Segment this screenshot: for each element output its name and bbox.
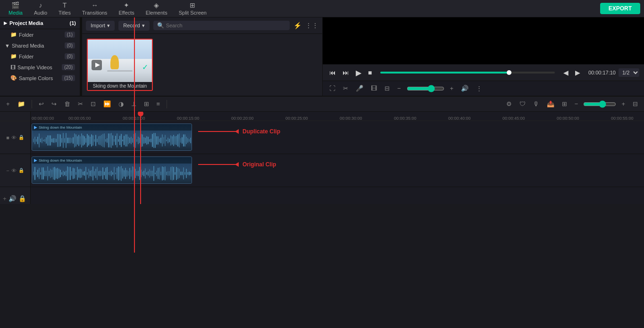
crop-timeline-button[interactable]: ⊡	[88, 99, 98, 108]
play-button[interactable]: ▶	[354, 67, 363, 78]
sample-colors-label: Sample Colors	[19, 75, 62, 81]
pip-icon[interactable]: ⊞	[560, 99, 569, 108]
mic-icon[interactable]: 🎤	[354, 84, 365, 93]
sample-colors-icon: 🎨	[10, 75, 17, 81]
sidebar-project-media-header[interactable]: ▶ Project Media (1)	[0, 17, 80, 29]
preview-panel: ⏮ ⏭ ▶ ■ ◀ ▶ 00:00:17:10 1/2 1/4 1x	[323, 17, 644, 96]
add-media-track-icon[interactable]: 📁	[15, 99, 27, 108]
sample-videos-count: (20)	[62, 64, 75, 70]
sidebar-sample-colors[interactable]: 🎨 Sample Colors (15)	[0, 73, 80, 83]
search-input[interactable]	[166, 23, 286, 28]
stop-button[interactable]: ■	[366, 68, 374, 77]
settings-icon[interactable]: ⚙	[504, 99, 514, 108]
ruler-mark-25: 00:00:25:00	[285, 116, 340, 121]
track1-lock-icon[interactable]: ■	[6, 135, 9, 140]
timeline-zoom-slider[interactable]	[583, 100, 616, 108]
redo-button[interactable]: ↪	[49, 99, 59, 108]
sidebar-folder1[interactable]: 📁 Folder (1)	[0, 29, 80, 40]
align-button[interactable]: ≡	[154, 99, 163, 108]
ruler-mark-5: 00:00:05:00	[68, 116, 123, 121]
time-display: 00:00:17:10	[585, 70, 616, 75]
upper-row: ▶ Project Media (1) 📁 Folder (1) ▼ Share…	[0, 17, 644, 96]
nav-titles-label: Titles	[59, 10, 71, 16]
minus-icon[interactable]: −	[395, 84, 403, 93]
media-thumbnail-skiing[interactable]: ✓ Skiing down the Mountain	[87, 39, 153, 91]
speed-select[interactable]: 1/2 1/4 1x	[619, 68, 639, 77]
sidebar-sample-videos[interactable]: 🎞 Sample Videos (20)	[0, 62, 80, 73]
track1-controls: ■ 👁 🔒	[0, 121, 30, 154]
track2-audio-icon[interactable]: 🔒	[18, 168, 24, 173]
grid-view-icon[interactable]: ⋮⋮	[305, 22, 318, 29]
nav-media[interactable]: 🎬 Media	[4, 0, 27, 17]
filmstrip-icon[interactable]: 🎞	[369, 84, 379, 93]
ruler-playhead-line	[140, 112, 141, 121]
track1-audio-icon[interactable]: 🔒	[18, 135, 24, 140]
ruler-mark-0: 00:00:00:00	[31, 116, 68, 121]
track1-clip[interactable]: ▶ Skiing down the Mountain	[32, 123, 192, 151]
folder2-label: Folder	[19, 54, 65, 59]
filter-icon[interactable]: ⚡	[293, 22, 301, 29]
split-button[interactable]: ⊥	[129, 99, 139, 108]
zoom-out-timeline[interactable]: −	[572, 99, 581, 108]
nav-split-screen[interactable]: ⊞ Split Screen	[174, 0, 211, 17]
sidebar-folder2[interactable]: 📁 Folder (0)	[0, 51, 80, 62]
track2-controls: − 👁 🔒	[0, 154, 30, 187]
shield-icon[interactable]: 🛡	[517, 99, 528, 108]
add-marker-icon[interactable]: +	[3, 195, 7, 202]
preview-video-area	[323, 17, 644, 64]
export-button[interactable]: EXPORT	[600, 3, 640, 14]
fullscreen-icon[interactable]: ⛶	[327, 84, 337, 93]
ruler-marks-container: 00:00:00:00 00:00:05:00 00:00:10:00 00:0…	[31, 112, 644, 121]
zoom-in-timeline[interactable]: +	[619, 99, 627, 108]
delete-button[interactable]: 🗑	[62, 99, 73, 108]
ruler-mark-15: 00:00:15:00	[177, 116, 231, 121]
grid-timeline-icon[interactable]: ⊟	[630, 99, 640, 108]
nav-transitions[interactable]: ↔ Transitions	[77, 0, 112, 17]
caption-icon[interactable]: ⊟	[383, 84, 392, 93]
prev-frame-icon[interactable]: ◀	[561, 68, 570, 77]
speed-button[interactable]: ⏩	[101, 99, 113, 108]
nav-media-label: Media	[8, 10, 23, 16]
skip-forward-button[interactable]: ⏭	[341, 68, 351, 77]
shared-media-label: Shared Media	[12, 43, 65, 49]
duplicate-clip-label: Duplicate Clip	[243, 128, 280, 135]
volume-timeline-icon[interactable]: 🔊	[8, 195, 17, 202]
fit-button[interactable]: ⊞	[142, 99, 151, 108]
track1-eye-icon[interactable]: 👁	[11, 135, 17, 140]
progress-fill	[380, 72, 511, 74]
nav-audio[interactable]: ♪ Audio	[29, 0, 52, 17]
voice-icon[interactable]: 🎙	[531, 99, 542, 108]
clip1-header: ▶ Skiing down the Mountain	[32, 124, 192, 131]
track2-eye-icon[interactable]: 👁	[11, 168, 17, 173]
undo-button[interactable]: ↩	[36, 99, 46, 108]
original-clip-annotation: Original Clip	[198, 161, 276, 168]
crop-icon[interactable]: ✂	[341, 84, 350, 93]
nav-elements[interactable]: ◈ Elements	[141, 0, 172, 17]
export-icon[interactable]: 📤	[544, 99, 557, 108]
plus-icon[interactable]: +	[448, 84, 456, 93]
ruler-mark-30: 00:00:30:00	[340, 116, 394, 121]
ruler-spacer	[0, 112, 30, 121]
nav-titles[interactable]: T Titles	[54, 0, 75, 17]
record-button[interactable]: Record ▾	[118, 21, 149, 31]
next-frame-icon[interactable]: ▶	[573, 68, 582, 77]
project-media-label: Project Media	[9, 20, 70, 26]
lock-timeline-icon[interactable]: 🔒	[18, 195, 26, 202]
color-button[interactable]: ◑	[116, 99, 126, 108]
timeline-body: ■ 👁 🔒 − 👁 🔒 + 🔊 🔒	[0, 112, 644, 204]
audio-icon: ♪	[39, 1, 42, 9]
elements-icon: ◈	[154, 1, 159, 9]
zoom-slider[interactable]	[407, 85, 444, 92]
nav-audio-label: Audio	[34, 10, 47, 16]
nav-effects[interactable]: ✦ Effects	[114, 0, 139, 17]
track2-minus-icon[interactable]: −	[6, 168, 9, 173]
cut-button[interactable]: ✂	[75, 99, 85, 108]
progress-bar[interactable]	[380, 72, 555, 74]
add-track-icon[interactable]: +	[4, 99, 12, 108]
track2-clip[interactable]: ▶ Skiing down the Mountain	[32, 156, 192, 184]
sidebar-shared-media[interactable]: ▼ Shared Media (0)	[0, 40, 80, 51]
volume-icon[interactable]: 🔊	[459, 84, 470, 93]
more-options-icon[interactable]: ⋮	[474, 84, 484, 93]
import-button[interactable]: Import ▾	[86, 21, 115, 31]
skip-back-button[interactable]: ⏮	[327, 68, 338, 77]
